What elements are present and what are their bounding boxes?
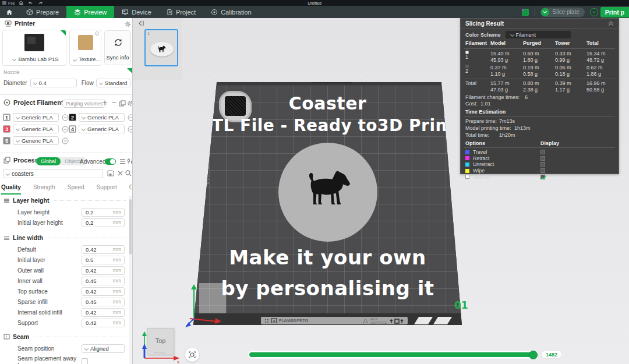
plate-info-icon[interactable]: i [95, 31, 99, 36]
filament-2-swatch[interactable]: 2 [69, 114, 76, 121]
filament-settings-gear-icon[interactable] [127, 100, 133, 107]
tab-support[interactable]: Support [97, 182, 117, 195]
toolbar-divider [535, 8, 535, 16]
tab-calibration[interactable]: Calibration [203, 6, 259, 18]
file-menu[interactable]: File [2, 1, 15, 5]
layer-slider[interactable] [249, 352, 536, 357]
list-view-icon[interactable] [119, 158, 126, 164]
tune-sliders-icon[interactable] [128, 158, 133, 164]
project-doc-icon [167, 9, 173, 16]
flow-select[interactable]: Standard [96, 79, 130, 87]
printer-name: Bambu Lab P1S [18, 56, 58, 62]
purging-volumes-button[interactable]: Purging volumes [62, 100, 107, 108]
filament-1-remove-icon[interactable] [62, 114, 69, 121]
slice-plate-button[interactable]: Slice plate [540, 8, 585, 17]
search-input[interactable]: coasters [3, 169, 103, 178]
filament-3-remove-icon[interactable] [62, 126, 69, 133]
wipe-checkbox[interactable] [540, 168, 545, 173]
filament-2-remove-icon[interactable] [128, 114, 133, 121]
add-filament-button[interactable]: + [103, 98, 107, 107]
slice-preview-grid-icon[interactable] [521, 8, 529, 16]
ams-sync-icon[interactable] [119, 100, 126, 107]
collapse-panel-icon[interactable] [608, 21, 614, 26]
unretract-checkbox[interactable] [540, 162, 545, 167]
nav-cube[interactable]: Top Front [147, 328, 174, 355]
print-dropdown-icon[interactable] [590, 8, 598, 16]
flow-chevron-icon [99, 80, 103, 84]
filament-2-select[interactable]: Generic PLA [79, 113, 125, 122]
advanced-toggle[interactable] [105, 158, 116, 165]
seams-checkbox[interactable] [540, 175, 545, 179]
undo-icon[interactable] [28, 1, 33, 5]
filament-3-swatch[interactable]: 3 [3, 125, 10, 133]
scope-global-button[interactable]: Global [36, 157, 61, 165]
redo-icon[interactable] [38, 1, 43, 5]
seam-position-select[interactable]: Aligned [82, 344, 125, 353]
layer-height-input[interactable]: 0.2mm [82, 208, 125, 217]
overlay-title: Coaster [192, 94, 463, 113]
filament-5-swatch[interactable]: 5 [3, 137, 10, 144]
remove-filament-button[interactable]: − [112, 98, 116, 107]
seams-color-swatch [465, 175, 469, 179]
scrollbar-thumb[interactable] [129, 199, 132, 255]
option-travel: Travel [461, 149, 619, 156]
internal-solid-infill-line-width-input[interactable]: 0.42mm [82, 308, 125, 317]
initial-layer-line-width-input[interactable]: 0.5mm [82, 256, 125, 264]
search-history-chevron-icon [6, 171, 10, 175]
printer-settings-gear-icon[interactable] [125, 21, 131, 27]
filament-1-select[interactable]: Generic PLA [13, 113, 59, 122]
inner-wall-line-width-input[interactable]: 0.45mm [82, 277, 125, 285]
filament-4-remove-icon[interactable] [128, 126, 133, 133]
plate-1-thumbnail[interactable]: 1 [144, 29, 178, 66]
tab-home[interactable] [0, 6, 19, 18]
tab-strength[interactable]: Strength [33, 182, 55, 195]
clear-search-icon[interactable] [118, 171, 123, 176]
tab-quality[interactable]: Quality [1, 182, 21, 195]
reset-view-button[interactable] [185, 348, 199, 362]
plate-type-card[interactable]: i Texture... [69, 30, 101, 66]
filament-4-swatch[interactable]: 4 [69, 125, 76, 133]
filament-5-remove-icon[interactable] [62, 137, 69, 144]
calibration-icon [211, 9, 218, 16]
settings-scrollbar[interactable] [129, 196, 132, 364]
time-estimation-title: Time Estimation [461, 109, 619, 116]
group-seam: Seam [3, 333, 126, 340]
plate-arrow-icons [389, 318, 404, 324]
tab-device[interactable]: Device [114, 6, 159, 18]
tab-speed[interactable]: Speed [68, 182, 84, 195]
save-preset-icon[interactable] [107, 170, 114, 176]
tab-prepare[interactable]: Prepare [19, 6, 66, 18]
printer-card[interactable]: Bambu Lab P1S [2, 30, 66, 66]
filament-1-swatch[interactable]: 1 [3, 114, 10, 121]
default-line-width-input[interactable]: 0.42mm [82, 245, 125, 254]
layer-slider-handle[interactable] [529, 351, 538, 359]
diameter-select[interactable]: 0.4 [30, 79, 77, 87]
save-icon[interactable] [19, 1, 23, 5]
window-titlebar: File Untitled [0, 0, 629, 6]
support-line-width-input[interactable]: 0.42mm [82, 319, 125, 327]
retract-checkbox[interactable] [540, 156, 545, 161]
sync-info-button[interactable]: Sync info [104, 30, 131, 65]
slice-dropdown-icon[interactable] [541, 8, 549, 16]
sparse-infill-line-width-input[interactable]: 0.45mm [82, 298, 125, 306]
divider [464, 147, 615, 148]
filament-3-select[interactable]: Generic PLA [13, 125, 59, 133]
warning-triangle-icon [363, 319, 368, 323]
travel-checkbox[interactable] [540, 150, 545, 154]
collapse-thumbnails-icon[interactable] [137, 20, 144, 26]
outer-wall-line-width-input[interactable]: 0.42mm [82, 266, 125, 275]
build-plate[interactable]: Textured PEI Plate Coaster STL File - Re… [192, 78, 463, 328]
filament-5-select[interactable]: Generic PLA [13, 136, 59, 145]
top-surface-line-width-input[interactable]: 0.42mm [82, 287, 125, 296]
tab-project[interactable]: Project [159, 6, 203, 18]
search-icon[interactable] [125, 170, 132, 176]
print-plate-button[interactable]: Print p [590, 8, 629, 17]
tab-preview[interactable]: Preview [66, 6, 114, 18]
dog-silhouette-icon [298, 167, 361, 209]
3d-viewport[interactable]: 1 Textured PEI Plate Coaster STL File - … [133, 18, 629, 364]
filament-4-select[interactable]: Generic PLA [79, 125, 125, 133]
color-scheme-select[interactable]: Filament [506, 31, 571, 38]
coaster-model[interactable] [278, 143, 377, 242]
seam-placement-checkbox[interactable] [82, 358, 88, 364]
initial-layer-height-input[interactable]: 0.2mm [82, 218, 125, 227]
